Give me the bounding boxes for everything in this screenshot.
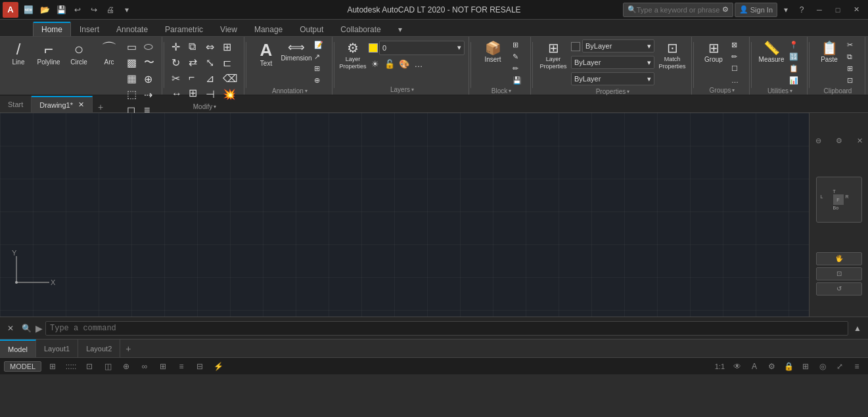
- add-layout-btn[interactable]: +: [120, 343, 136, 354]
- ray-button[interactable]: ⇢: [142, 87, 158, 102]
- full-screen-btn[interactable]: ⤢: [833, 360, 847, 373]
- osnap-toggle[interactable]: ⊕: [119, 360, 133, 373]
- dimension-button[interactable]: ⟺ Dimension: [282, 39, 311, 64]
- lock-ui-btn[interactable]: 🔒: [781, 360, 796, 373]
- group-more-btn[interactable]: …: [729, 75, 745, 85]
- nav-close-icon[interactable]: ✕: [857, 137, 863, 145]
- linetype-dropdown[interactable]: ByLayer ▾: [571, 56, 654, 69]
- color-dropdown[interactable]: ByLayer ▾: [582, 39, 654, 53]
- hatch-button[interactable]: ▩: [125, 55, 141, 70]
- tab-view[interactable]: View: [212, 22, 246, 36]
- match-properties-button[interactable]: ⊡ MatchProperties: [657, 39, 687, 72]
- modify-group-label[interactable]: Modify ▾: [193, 102, 216, 110]
- annotation-group-label[interactable]: Annotation ▾: [272, 86, 308, 95]
- line-button[interactable]: / Line: [4, 39, 33, 68]
- search-options-icon[interactable]: ⚙: [722, 5, 729, 14]
- layer-dropdown[interactable]: 0 ▾: [379, 41, 465, 55]
- hardware-btn[interactable]: ⊞: [798, 360, 813, 373]
- layer-lock-btn[interactable]: 🔓: [383, 58, 396, 71]
- break-button[interactable]: ⊣: [204, 87, 219, 102]
- chamfer-button[interactable]: ⊿: [204, 71, 219, 86]
- save-btn[interactable]: 💾: [54, 3, 68, 17]
- annotation-visibility-btn[interactable]: 👁: [730, 360, 744, 373]
- measure-button[interactable]: 📏 Measure: [757, 39, 786, 66]
- close-button[interactable]: ✕: [847, 3, 865, 17]
- rotate-button[interactable]: ↻: [170, 55, 185, 70]
- maximize-button[interactable]: □: [829, 3, 847, 17]
- search-bar[interactable]: 🔍 ⚙: [623, 3, 733, 17]
- ungroup-btn[interactable]: ⊠: [729, 39, 745, 51]
- utilities-group-label[interactable]: Utilities ▾: [767, 86, 792, 95]
- command-expand-btn[interactable]: ▲: [851, 322, 864, 335]
- add-tab-button[interactable]: +: [93, 102, 108, 112]
- grid-toggle[interactable]: ⊞: [45, 360, 60, 373]
- print-btn[interactable]: 🖨: [103, 3, 118, 17]
- workspace-btn[interactable]: ⚙: [764, 360, 779, 373]
- erase-button[interactable]: ⌫: [221, 71, 240, 86]
- block-group-label[interactable]: Block ▾: [491, 86, 511, 95]
- explode-button[interactable]: 💥: [221, 87, 240, 102]
- drawing-canvas[interactable]: X Y: [0, 113, 868, 317]
- cut-btn[interactable]: ✂: [845, 39, 861, 51]
- model-tab[interactable]: Model: [0, 340, 36, 357]
- tab-drawing1[interactable]: Drawing1* ✕: [32, 96, 93, 112]
- isolate-btn[interactable]: ◎: [815, 360, 830, 373]
- restore-icon[interactable]: ⊖: [815, 137, 821, 145]
- command-close-btn[interactable]: ✕: [4, 322, 17, 335]
- copy-button[interactable]: ⧉: [187, 39, 202, 54]
- mtext-button[interactable]: 📝: [312, 39, 328, 51]
- id-btn[interactable]: 📍: [787, 39, 803, 51]
- layer-color-btn[interactable]: 🎨: [398, 58, 411, 71]
- leader-button[interactable]: ↗: [312, 51, 328, 62]
- model-indicator[interactable]: MODEL: [4, 361, 41, 372]
- ortho-toggle[interactable]: ⊡: [82, 360, 97, 373]
- text-button[interactable]: A Text: [252, 39, 281, 70]
- write-block-btn[interactable]: 💾: [511, 75, 526, 86]
- qp-toggle[interactable]: ⚡: [211, 360, 225, 373]
- group-button[interactable]: ⊞ Group: [699, 39, 728, 66]
- properties-group-label[interactable]: Properties ▾: [596, 87, 630, 95]
- tab-parametric[interactable]: Parametric: [156, 22, 212, 36]
- gradient-button[interactable]: ▦: [125, 71, 141, 86]
- table-button[interactable]: ⊞: [312, 63, 328, 74]
- layout2-tab[interactable]: Layout2: [78, 340, 120, 357]
- tab-start[interactable]: Start: [0, 96, 32, 112]
- layers-group-label[interactable]: Layers ▾: [390, 85, 414, 93]
- minimize-button[interactable]: ─: [810, 3, 829, 17]
- circle-button[interactable]: ○ Circle: [64, 39, 93, 68]
- tab-collaborate[interactable]: Collaborate: [332, 22, 389, 36]
- tspace-toggle[interactable]: ⊟: [193, 360, 207, 373]
- create-block-btn[interactable]: ⊞: [511, 39, 526, 51]
- command-input[interactable]: [45, 321, 848, 336]
- tab-more[interactable]: ▾: [390, 22, 411, 36]
- polar-toggle[interactable]: ◫: [101, 360, 115, 373]
- extend-button[interactable]: ↔: [170, 87, 185, 101]
- orbit-btn[interactable]: ↺: [816, 282, 862, 296]
- polyline-button[interactable]: ⌐ Polyline: [34, 39, 63, 68]
- array-button[interactable]: ⊞: [221, 39, 240, 55]
- block-editor-btn[interactable]: ✏: [511, 63, 526, 74]
- mirror-button[interactable]: ⇄: [187, 55, 202, 70]
- customize-status-btn[interactable]: ≡: [850, 360, 864, 373]
- dynin-toggle[interactable]: ⊞: [156, 360, 170, 373]
- lineweight-toggle[interactable]: ≡: [174, 360, 189, 373]
- customize-btn[interactable]: ▾: [120, 3, 134, 17]
- join-button[interactable]: ⊞: [187, 85, 202, 100]
- arc-button[interactable]: ⌒ Arc: [95, 39, 124, 68]
- command-search-btn[interactable]: 🔍: [20, 322, 33, 335]
- undo-btn[interactable]: ↩: [70, 3, 85, 17]
- tab-home[interactable]: Home: [33, 22, 71, 36]
- paste-button[interactable]: 📋 Paste: [815, 39, 844, 66]
- copy-clip-btn[interactable]: ⧉: [845, 51, 861, 62]
- groups-label[interactable]: Groups ▾: [710, 85, 735, 94]
- tab-output[interactable]: Output: [291, 22, 332, 36]
- status-btn[interactable]: 📊: [787, 75, 803, 86]
- layer-freeze-btn[interactable]: ☀: [369, 58, 382, 71]
- snap-toggle[interactable]: :::::: [64, 360, 78, 373]
- offset-button[interactable]: ⊏: [221, 55, 240, 70]
- paste-special-btn[interactable]: ⊞: [845, 63, 861, 74]
- search-input[interactable]: [637, 6, 722, 14]
- zoom-extents-btn[interactable]: ⊡: [816, 267, 862, 280]
- define-attrib-btn[interactable]: ✎: [511, 51, 526, 62]
- clipboard-group-label[interactable]: Clipboard: [824, 86, 852, 95]
